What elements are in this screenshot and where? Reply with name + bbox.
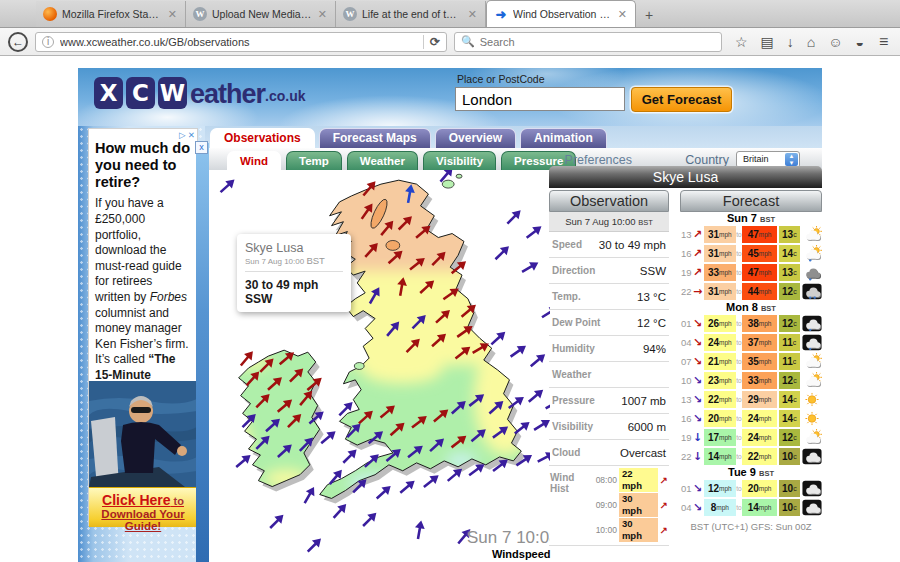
- weather-icon-sun-cloud: [802, 353, 822, 370]
- preferences-link[interactable]: Preferences: [565, 153, 632, 167]
- new-tab-button[interactable]: +: [636, 3, 662, 27]
- wind-speed-low: 17mph: [704, 429, 736, 446]
- forecast-row[interactable]: 04↘8mphto14mph10c: [680, 498, 822, 517]
- nav-tab-overview[interactable]: Overview: [435, 128, 516, 148]
- forecast-hour: 16: [680, 413, 692, 424]
- weather-icon-sun-cloud: [802, 372, 822, 389]
- nav-tab-animation[interactable]: Animation: [520, 128, 607, 148]
- wind-speed-high: 37mph: [742, 334, 777, 351]
- forecast-row[interactable]: 16↗31mphto45mph14c: [680, 244, 822, 263]
- subtab-weather[interactable]: Weather: [347, 151, 418, 170]
- browser-tab[interactable]: Mozilla Firefox Start Page ✕: [36, 1, 186, 27]
- to-label: to: [736, 269, 743, 276]
- observation-value: 30 to 49 mph: [599, 239, 666, 251]
- browser-tab[interactable]: W Upload New Media ‹ isleofr… ✕: [186, 1, 336, 27]
- wind-speed-high: 20mph: [742, 480, 777, 497]
- temperature-cell: 14c: [779, 245, 800, 262]
- temperature-cell: 10c: [779, 480, 800, 497]
- forecast-hour: 01: [680, 318, 692, 329]
- feedback-icon[interactable]: ☺: [828, 34, 842, 50]
- forecast-row[interactable]: 01↘12mphto20mph10c: [680, 479, 822, 498]
- weather-icon-sun: [802, 410, 822, 427]
- weather-icon-night-cloud-rain: [802, 315, 822, 332]
- wind-speed-high: 47mph: [742, 264, 777, 281]
- observation-label: Visibility: [552, 421, 593, 432]
- address-bar[interactable]: i www.xcweather.co.uk/GB/observations ⟳: [35, 32, 447, 52]
- forecast-row[interactable]: 22↓14mphto22mph10c: [680, 447, 822, 466]
- forecast-row[interactable]: 22→31mphto44mph12c: [680, 282, 822, 301]
- windspeed-legend-title: Windspeed: [492, 548, 551, 560]
- tab-close-icon[interactable]: ✕: [617, 8, 628, 21]
- observation-label: Temp.: [552, 291, 581, 302]
- browser-tab[interactable]: ➜ Wind Observation Map - Br… ✕: [486, 0, 636, 27]
- subtab-visibility[interactable]: Visibility: [423, 151, 496, 170]
- observation-row: Weather: [549, 362, 669, 388]
- subtab-temp[interactable]: Temp: [286, 151, 342, 170]
- tab-close-icon[interactable]: ✕: [317, 8, 328, 21]
- forecast-header: Forecast: [680, 190, 822, 212]
- ad-heading: How much do you need to retire?: [95, 140, 191, 190]
- place-label: Place or PostCode: [457, 73, 545, 85]
- bookmark-star-icon[interactable]: ☆: [735, 34, 748, 50]
- map-timestamp: Sun 7 10:08 BST: [467, 528, 550, 548]
- place-input[interactable]: [455, 87, 625, 111]
- wind-speed-high: 22mph: [742, 448, 777, 465]
- advertisement[interactable]: ▷ ✕ How much do you need to retire? If y…: [88, 128, 198, 526]
- browser-tab[interactable]: W Life at the end of the road |… ✕: [336, 1, 486, 27]
- observation-row: Temp. 13 °C: [549, 284, 669, 310]
- forecast-row[interactable]: 10↘23mphto33mph12c: [680, 371, 822, 390]
- search-input[interactable]: [480, 36, 715, 48]
- wind-direction-arrow-icon: ↗: [692, 247, 704, 260]
- wind-speed-low: 24mph: [704, 334, 736, 351]
- wordpress-favicon-icon: W: [343, 7, 357, 21]
- wind-speed-high: 24mph: [742, 429, 777, 446]
- history-time: 08:00: [596, 475, 617, 485]
- pocket-icon[interactable]: ◒: [856, 34, 864, 50]
- wind-history-label: Wind Hist: [550, 468, 596, 542]
- map-edge-strip: [196, 143, 209, 562]
- downloads-icon[interactable]: ↓: [787, 34, 794, 50]
- nav-tab-observations[interactable]: Observations: [210, 128, 315, 148]
- subtab-wind[interactable]: Wind: [227, 151, 281, 170]
- close-panel-button[interactable]: x: [195, 141, 208, 154]
- logo-letter: W: [158, 77, 187, 109]
- ad-cta-button[interactable]: Click Here to Download Your Guide!: [89, 487, 197, 527]
- forecast-row[interactable]: 16↘20mphto24mph14c: [680, 409, 822, 428]
- forecast-row[interactable]: 13↗31mphto47mph13c: [680, 225, 822, 244]
- tooltip-station-name: Skye Lusa: [245, 241, 343, 255]
- tab-close-icon[interactable]: ✕: [167, 8, 178, 21]
- forecast-hour: 19: [680, 267, 692, 278]
- reload-icon[interactable]: ⟳: [430, 35, 440, 49]
- wind-direction-arrow-icon: →: [692, 285, 704, 298]
- nav-tab-forecast-maps[interactable]: Forecast Maps: [319, 128, 431, 148]
- forecast-hour: 13: [680, 229, 692, 240]
- history-time: 09:00: [596, 500, 617, 510]
- back-button[interactable]: ←: [8, 32, 28, 52]
- tab-close-icon[interactable]: ✕: [467, 8, 478, 21]
- xcweather-logo[interactable]: X C W eather .co.uk: [94, 77, 306, 109]
- adchoices-icon[interactable]: ▷ ✕: [179, 130, 195, 140]
- site-info-icon[interactable]: i: [42, 36, 54, 48]
- temperature-cell: 11c: [779, 334, 800, 351]
- forecast-row[interactable]: 19↗33mphto47mph13c: [680, 263, 822, 282]
- home-icon[interactable]: ⌂: [807, 34, 815, 50]
- forecast-panel: Forecast Sun 7 BST13↗31mphto47mph13c16↗3…: [680, 190, 822, 532]
- forecast-row[interactable]: 04↘24mphto37mph11c: [680, 333, 822, 352]
- wind-speed-low: 31mph: [704, 245, 736, 262]
- wind-speed-low: 14mph: [704, 448, 736, 465]
- bookmarks-panel-icon[interactable]: ▤: [761, 34, 774, 50]
- forecast-row[interactable]: 19↓17mphto24mph12c: [680, 428, 822, 447]
- get-forecast-button[interactable]: Get Forecast: [631, 87, 732, 112]
- wind-observation-map[interactable]: Skye Lusa Sun 7 Aug 10:00 BST 30 to 49 m…: [209, 170, 550, 562]
- wind-speed-high: 29mph: [742, 391, 777, 408]
- forecast-row[interactable]: 01↘26mphto38mph12c: [680, 314, 822, 333]
- forecast-hour: 22: [680, 451, 692, 462]
- forecast-row[interactable]: 13↘22mphto29mph14c: [680, 390, 822, 409]
- history-speed: 30 mph: [619, 518, 658, 542]
- forecast-hour: 19: [680, 432, 692, 443]
- observation-row: Speed 30 to 49 mph: [549, 232, 669, 258]
- wind-direction-arrow-icon: ↘: [692, 374, 704, 387]
- forecast-row[interactable]: 07↘21mphto35mph11c: [680, 352, 822, 371]
- menu-icon[interactable]: ≡: [879, 33, 888, 51]
- search-bar[interactable]: 🔍: [454, 32, 722, 52]
